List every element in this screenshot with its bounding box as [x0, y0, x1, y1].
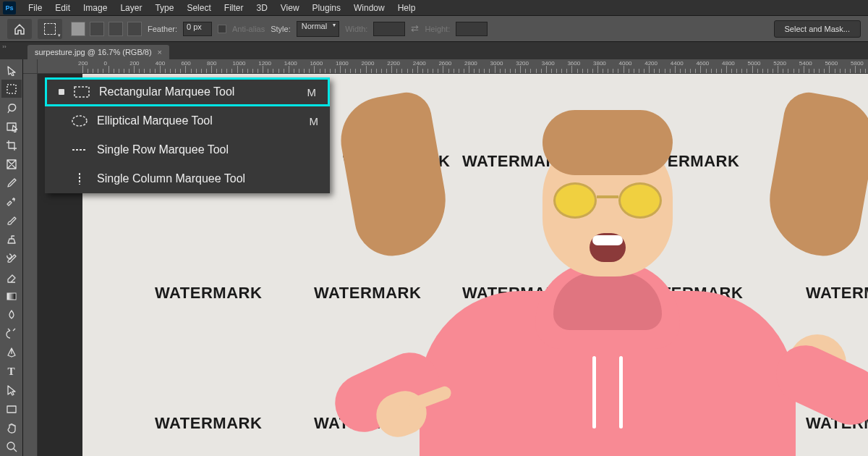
shape-tool[interactable] — [1, 400, 22, 418]
mode-add-icon[interactable] — [90, 22, 104, 36]
marquee-tool[interactable] — [1, 80, 22, 98]
document-tab-label: surpesture.jpg @ 16.7% (RGB/8) — [35, 48, 152, 56]
row-marquee-icon — [71, 143, 88, 157]
type-tool[interactable]: T — [1, 363, 22, 381]
frame-tool[interactable] — [1, 155, 22, 173]
watermark-text: WATERMARK — [155, 284, 262, 303]
ellipse-marquee-icon — [71, 114, 88, 128]
ruler-corner[interactable] — [23, 59, 38, 74]
toolbar: T — [0, 59, 23, 456]
menu-filter[interactable]: Filter — [218, 1, 250, 14]
feather-input[interactable]: 0 px — [183, 22, 212, 36]
clone-stamp-tool[interactable] — [1, 230, 22, 248]
flyout-label: Rectangular Marquee Tool — [99, 85, 294, 98]
flyout-shortcut: M — [303, 86, 316, 98]
menu-help[interactable]: Help — [391, 1, 422, 14]
menu-image[interactable]: Image — [77, 1, 114, 14]
menu-select[interactable]: Select — [180, 1, 217, 14]
feather-label: Feather: — [148, 25, 177, 33]
eyedropper-tool[interactable] — [1, 174, 22, 192]
menu-file[interactable]: File — [22, 1, 48, 14]
menu-3d[interactable]: 3D — [250, 1, 273, 14]
drawstrings — [582, 356, 633, 428]
crop-tool[interactable] — [1, 136, 22, 154]
select-and-mask-button[interactable]: Select and Mask... — [774, 20, 861, 38]
flyout-item-col[interactable]: Single Column Marquee Tool — [45, 164, 330, 193]
mode-subtract-icon[interactable] — [109, 22, 123, 36]
antialias-label: Anti-alias — [232, 25, 265, 33]
face-shape — [542, 132, 673, 276]
home-button[interactable] — [7, 19, 32, 39]
flyout-item-rect[interactable]: Rectangular Marquee ToolM — [45, 77, 330, 106]
ruler-vertical[interactable] — [23, 74, 38, 456]
brush-tool[interactable] — [1, 211, 22, 229]
menu-plugins[interactable]: Plugins — [306, 1, 347, 14]
close-icon[interactable]: × — [158, 48, 162, 56]
hand-left — [370, 385, 433, 443]
svg-rect-2 — [75, 87, 89, 97]
watermark-text: WATERMARK — [155, 414, 262, 433]
menu-window[interactable]: Window — [347, 1, 391, 14]
history-brush-tool[interactable] — [1, 249, 22, 267]
mouth-shape — [590, 233, 626, 262]
style-label: Style: — [271, 25, 291, 33]
height-label: Height: — [425, 25, 450, 33]
document-tab[interactable]: surpesture.jpg @ 16.7% (RGB/8) × — [27, 45, 169, 59]
mode-new-icon[interactable] — [71, 22, 85, 36]
gradient-tool[interactable] — [1, 287, 22, 305]
style-select[interactable]: Normal — [297, 21, 339, 37]
move-tool[interactable] — [1, 61, 22, 79]
flyout-shortcut: M — [305, 115, 318, 127]
object-select-tool[interactable] — [1, 117, 22, 135]
width-input — [373, 22, 405, 36]
col-marquee-icon — [71, 172, 88, 186]
menu-edit[interactable]: Edit — [48, 1, 77, 14]
menu-view[interactable]: View — [274, 1, 306, 14]
path-select-tool[interactable] — [1, 381, 22, 400]
marquee-tool-flyout: Rectangular Marquee ToolMElliptical Marq… — [45, 77, 330, 193]
healing-brush-tool[interactable] — [1, 193, 22, 211]
hair-icon — [761, 88, 868, 261]
menu-bar: Ps FileEditImageLayerTypeSelectFilter3DV… — [0, 0, 868, 16]
svg-rect-1 — [7, 293, 16, 300]
hand-tool[interactable] — [1, 419, 22, 437]
swap-icon[interactable]: ⇄ — [411, 23, 419, 34]
photo-subject — [376, 103, 839, 456]
flyout-label: Elliptical Marquee Tool — [97, 114, 297, 127]
lasso-tool[interactable] — [1, 98, 22, 117]
flyout-item-ellipse[interactable]: Elliptical Marquee ToolM — [45, 106, 330, 135]
flyout-item-row[interactable]: Single Row Marquee Tool — [45, 135, 330, 164]
rect-marquee-icon — [73, 85, 90, 99]
antialias-checkbox — [218, 25, 226, 33]
canvas-area: 2000200400600800100012001400160018002000… — [23, 59, 868, 456]
sunglasses-icon — [553, 182, 662, 219]
workspace: T 20002004006008001000120014001600180020… — [0, 59, 868, 456]
flyout-label: Single Column Marquee Tool — [97, 172, 297, 185]
height-input — [456, 22, 488, 36]
eraser-tool[interactable] — [1, 269, 22, 287]
dodge-tool[interactable] — [1, 325, 22, 343]
panel-expand-icon[interactable]: ›› — [0, 42, 9, 51]
hand-right — [788, 334, 846, 400]
selection-mode-group[interactable] — [71, 22, 142, 36]
zoom-tool[interactable] — [1, 438, 22, 456]
hoodie-shape — [420, 291, 796, 456]
pen-tool[interactable] — [1, 344, 22, 362]
active-indicator-icon — [59, 89, 64, 95]
svg-point-3 — [72, 116, 87, 126]
mode-intersect-icon[interactable] — [127, 22, 142, 36]
ps-logo-icon: Ps — [3, 1, 16, 14]
width-label: Width: — [345, 25, 367, 33]
flyout-label: Single Row Marquee Tool — [97, 143, 297, 156]
marquee-icon — [44, 23, 56, 35]
document-tab-bar: surpesture.jpg @ 16.7% (RGB/8) × — [0, 42, 868, 59]
svg-rect-0 — [7, 85, 16, 93]
tool-preset-picker[interactable] — [38, 19, 62, 39]
ruler-horizontal[interactable]: 2000200400600800100012001400160018002000… — [38, 59, 868, 74]
blur-tool[interactable] — [1, 306, 22, 324]
menu-layer[interactable]: Layer — [114, 1, 148, 14]
menu-type[interactable]: Type — [148, 1, 180, 14]
options-bar: Feather: 0 px Anti-alias Style: Normal W… — [0, 16, 868, 42]
